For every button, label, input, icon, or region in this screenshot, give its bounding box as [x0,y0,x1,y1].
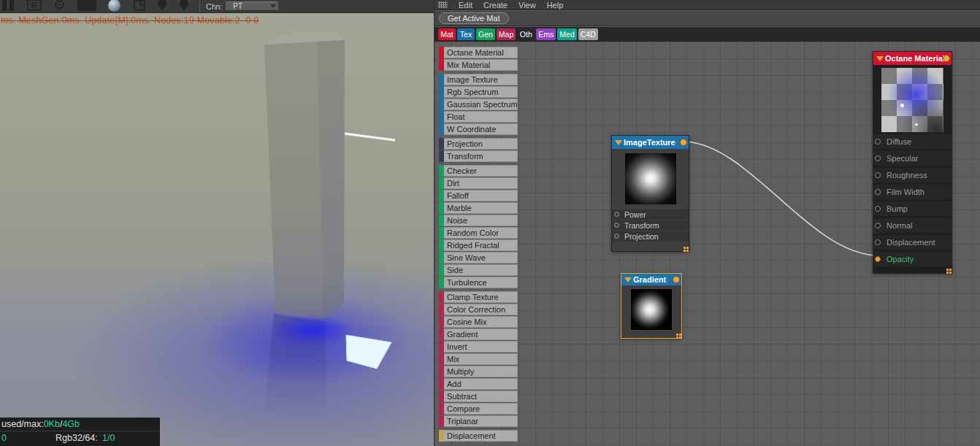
node-list-item-noise[interactable]: Noise [439,215,518,226]
filter-tab-c4d[interactable]: C4D [578,28,598,40]
node-octane-material[interactable]: Octane Material DiffuseSpecularRoughness… [873,51,952,274]
output-socket[interactable] [680,139,687,146]
input-socket[interactable] [614,223,619,228]
node-list-item-ridged-fractal[interactable]: Ridged Fractal [439,239,518,251]
node-list-item-clamp-texture[interactable]: Clamp Texture [439,291,518,303]
node-list-item-falloff[interactable]: Falloff [439,190,518,201]
input-row-projection[interactable]: Projection [612,231,689,242]
rgb-label: Rgb32/64: [55,431,98,445]
input-list: PowerTransformProjection [612,209,689,242]
input-row-power[interactable]: Power [612,209,689,220]
filter-tab-mat[interactable]: Mat [438,28,456,40]
pin-icon[interactable] [179,0,189,11]
node-list-item-rgb-spectrum[interactable]: Rgb Spectrum [439,86,518,98]
filter-tab-gen[interactable]: Gen [476,28,495,40]
node-list-item-label: Image Texture [444,74,518,85]
input-socket[interactable] [875,256,881,262]
output-socket[interactable] [943,55,950,62]
get-active-mat-button[interactable]: Get Active Mat [439,12,509,24]
node-list-item-mix[interactable]: Mix [439,353,518,365]
gear-icon[interactable]: ⚙ [53,0,66,10]
menu-help[interactable]: Help [547,1,564,9]
node-list-item-cosine-mix[interactable]: Cosine Mix [439,316,518,328]
resize-grip-icon[interactable] [946,269,949,271]
input-row-transform[interactable]: Transform [612,220,689,231]
node-imagetexture[interactable]: ImageTexture PowerTransformProjection [611,135,689,252]
input-socket[interactable] [875,139,881,145]
material-ball-icon[interactable] [108,0,120,12]
input-row-specular[interactable]: Specular [873,151,952,166]
node-list-item-w-coordinate[interactable]: W Coordinate [439,123,518,135]
node-color-swatch [439,138,444,150]
node-list-item-gradient[interactable]: Gradient [439,328,518,340]
resize-grip-icon[interactable] [676,334,678,336]
node-list-item-color-correction[interactable]: Color Correction [439,304,518,315]
node-color-swatch [439,123,444,135]
collapse-triangle-icon[interactable] [624,277,632,282]
node-list-item-add[interactable]: Add [439,378,518,390]
node-graph-canvas[interactable]: Octane MaterialMix MaterialImage Texture… [435,42,980,446]
filter-tab-oth[interactable]: Oth [517,28,535,40]
input-socket[interactable] [875,189,881,195]
input-socket[interactable] [875,206,881,212]
node-octane-material-header[interactable]: Octane Material [873,52,952,65]
node-list-item-compare[interactable]: Compare [439,403,518,415]
filter-tab-map[interactable]: Map [497,28,516,40]
input-row-diffuse[interactable]: Diffuse [873,134,952,149]
pause-icon[interactable] [2,0,14,11]
node-list-item-image-texture[interactable]: Image Texture [439,74,518,85]
input-row-displacement[interactable]: Displacement [873,235,952,250]
input-row-bump[interactable]: Bump [873,201,952,216]
input-row-roughness[interactable]: Roughness [873,168,952,182]
input-socket[interactable] [614,212,619,217]
input-socket[interactable] [875,155,881,161]
node-list-item-gaussian-spectrum[interactable]: Gaussian Spectrum [439,99,518,110]
3d-viewport[interactable]: R ⚙ Chn: PT ms. MeshGen:0ms. Update[M]:0… [0,0,434,446]
input-row-normal[interactable]: Normal [873,218,952,233]
node-imagetexture-header[interactable]: ImageTexture [612,136,689,149]
node-list-item-sine-wave[interactable]: Sine Wave [439,252,518,264]
node-gradient[interactable]: Gradient [621,273,682,339]
node-list-item-displacement[interactable]: Displacement [439,430,518,442]
filter-tab-tex[interactable]: Tex [457,28,475,40]
node-list-item-transform[interactable]: Transform [439,150,518,162]
node-list-item-checker[interactable]: Checker [439,165,518,177]
node-list-item-mix-material[interactable]: Mix Material [439,59,518,71]
node-list-item-triplanar[interactable]: Triplanar [439,415,518,427]
menu-edit[interactable]: Edit [459,1,472,9]
menu-view[interactable]: View [518,1,536,9]
panel-grip-icon[interactable] [438,1,448,8]
render-letter-icon[interactable]: R [27,0,42,11]
node-list-item-marble[interactable]: Marble [439,202,518,214]
resize-grip-icon[interactable] [684,247,686,249]
node-color-swatch [439,277,444,288]
node-list-item-invert[interactable]: Invert [439,341,518,353]
node-gradient-header[interactable]: Gradient [621,274,681,285]
collapse-triangle-icon[interactable] [876,56,884,61]
node-list-item-random-color[interactable]: Random Color [439,227,518,239]
channel-dropdown[interactable]: PT [226,1,278,11]
filter-tab-med[interactable]: Med [557,28,576,40]
input-socket[interactable] [875,223,881,228]
node-list-item-float[interactable]: Float [439,111,518,123]
input-row-opacity[interactable]: Opacity [873,252,952,266]
wire-imagetexture-to-opacity[interactable] [686,142,876,255]
input-socket[interactable] [875,239,881,245]
region-rect-icon[interactable] [77,0,96,11]
menu-create[interactable]: Create [483,1,508,9]
input-socket[interactable] [614,234,619,239]
input-row-film-width[interactable]: Film Width [873,185,952,199]
page-icon[interactable] [134,0,145,11]
node-list-item-multiply[interactable]: Multiply [439,366,518,377]
input-socket[interactable] [875,172,881,178]
filter-tab-ems[interactable]: Ems [536,28,556,40]
node-list-item-octane-material[interactable]: Octane Material [439,47,518,58]
collapse-triangle-icon[interactable] [615,140,622,145]
output-socket[interactable] [673,276,680,283]
node-list-item-projection[interactable]: Projection [439,138,518,150]
node-list-item-subtract[interactable]: Subtract [439,391,518,402]
node-list-item-turbulence[interactable]: Turbulence [439,277,518,288]
pin-icon[interactable] [157,0,167,11]
node-list-item-dirt[interactable]: Dirt [439,177,518,189]
node-list-item-side[interactable]: Side [439,264,518,276]
